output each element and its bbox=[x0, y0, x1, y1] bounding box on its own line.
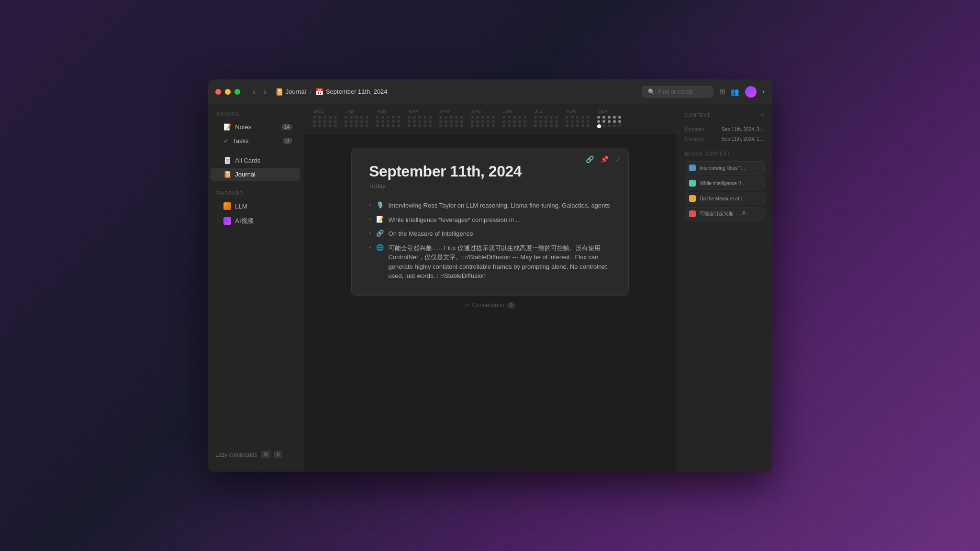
dot[interactable] bbox=[376, 120, 379, 123]
dot[interactable] bbox=[476, 120, 479, 123]
back-button[interactable]: ‹ bbox=[250, 87, 258, 97]
dot[interactable] bbox=[345, 116, 347, 119]
sidebar-item-all-cards[interactable]: › 🃏 All Cards bbox=[211, 154, 300, 167]
dot[interactable] bbox=[502, 120, 505, 123]
dot[interactable] bbox=[618, 116, 621, 119]
today-dot[interactable] bbox=[597, 124, 601, 128]
dot[interactable] bbox=[587, 120, 590, 123]
dot[interactable] bbox=[381, 120, 384, 123]
dot[interactable] bbox=[313, 116, 316, 119]
dot[interactable] bbox=[318, 120, 321, 123]
dot[interactable] bbox=[539, 124, 542, 127]
dot[interactable] bbox=[366, 124, 368, 127]
dot[interactable] bbox=[476, 116, 479, 119]
dot[interactable] bbox=[360, 124, 363, 127]
dot[interactable] bbox=[602, 116, 605, 119]
dot[interactable] bbox=[445, 124, 447, 127]
dot[interactable] bbox=[481, 120, 484, 123]
breadcrumb-page[interactable]: 📅 September 11th, 2024 bbox=[315, 88, 388, 96]
dot[interactable] bbox=[392, 116, 395, 119]
dot[interactable] bbox=[450, 116, 453, 119]
avatar[interactable] bbox=[745, 86, 757, 98]
dot[interactable] bbox=[455, 116, 458, 119]
dot[interactable] bbox=[429, 116, 432, 119]
grid-icon[interactable]: ⊞ bbox=[719, 88, 725, 96]
dot[interactable] bbox=[571, 124, 574, 127]
dot[interactable] bbox=[597, 116, 600, 119]
maximize-button[interactable] bbox=[234, 89, 240, 95]
dot[interactable] bbox=[323, 116, 326, 119]
connections-bar[interactable]: ⇌ Connections 0 bbox=[445, 296, 535, 314]
dot[interactable] bbox=[502, 124, 505, 127]
dot[interactable] bbox=[534, 116, 537, 119]
forward-button[interactable]: › bbox=[261, 87, 269, 97]
dot[interactable] bbox=[618, 120, 621, 123]
lazy-commands[interactable]: Lazy commands ⌘ K bbox=[215, 451, 295, 458]
dot[interactable] bbox=[587, 124, 590, 127]
dot[interactable] bbox=[481, 124, 484, 127]
dot[interactable] bbox=[318, 124, 321, 127]
dot[interactable] bbox=[366, 116, 368, 119]
dot[interactable] bbox=[555, 116, 558, 119]
dot[interactable] bbox=[376, 116, 379, 119]
dot[interactable] bbox=[523, 116, 526, 119]
dot[interactable] bbox=[423, 116, 426, 119]
dot[interactable] bbox=[355, 120, 358, 123]
dot[interactable] bbox=[613, 116, 616, 119]
people-icon[interactable]: 👥 bbox=[730, 88, 739, 96]
dot[interactable] bbox=[523, 120, 526, 123]
dot[interactable] bbox=[334, 124, 337, 127]
dot[interactable] bbox=[460, 120, 463, 123]
dot[interactable] bbox=[445, 120, 447, 123]
minimize-button[interactable] bbox=[225, 89, 231, 95]
block-item-3[interactable]: 可能会引起兴趣...... F... › bbox=[685, 207, 765, 220]
dot[interactable] bbox=[471, 116, 474, 119]
sidebar-item-notes[interactable]: › 📝 Notes 14 bbox=[211, 121, 300, 133]
dot[interactable] bbox=[608, 124, 611, 127]
dot[interactable] bbox=[408, 120, 411, 123]
dot[interactable] bbox=[381, 116, 384, 119]
sidebar-item-llm[interactable]: › LLM bbox=[211, 199, 300, 213]
dot[interactable] bbox=[555, 120, 558, 123]
dot[interactable] bbox=[439, 116, 442, 119]
dot[interactable] bbox=[418, 116, 421, 119]
dot[interactable] bbox=[492, 116, 495, 119]
close-button[interactable] bbox=[215, 89, 221, 95]
entry-text-2[interactable]: On the Measure of Intelligence bbox=[389, 229, 473, 239]
dot[interactable] bbox=[350, 124, 353, 127]
dot[interactable] bbox=[408, 116, 411, 119]
dot[interactable] bbox=[576, 116, 579, 119]
dot[interactable] bbox=[471, 120, 474, 123]
dot[interactable] bbox=[397, 124, 400, 127]
dot[interactable] bbox=[581, 120, 584, 123]
dot[interactable] bbox=[476, 124, 479, 127]
dot[interactable] bbox=[508, 124, 511, 127]
dot[interactable] bbox=[545, 116, 547, 119]
dot[interactable] bbox=[581, 124, 584, 127]
dot[interactable] bbox=[576, 124, 579, 127]
dot[interactable] bbox=[350, 120, 353, 123]
dot[interactable] bbox=[487, 116, 490, 119]
dot[interactable] bbox=[550, 116, 553, 119]
dot[interactable] bbox=[513, 116, 516, 119]
expand-icon[interactable]: ⤢ bbox=[614, 154, 623, 165]
dot[interactable] bbox=[360, 120, 363, 123]
block-item-2[interactable]: On the Measure of I... › bbox=[685, 192, 765, 205]
dot[interactable] bbox=[345, 124, 347, 127]
dot[interactable] bbox=[397, 120, 400, 123]
dot[interactable] bbox=[423, 124, 426, 127]
dot[interactable] bbox=[518, 116, 521, 119]
dot[interactable] bbox=[581, 116, 584, 119]
dot[interactable] bbox=[597, 120, 600, 123]
block-item-1[interactable]: While intelligence *I... › bbox=[685, 176, 765, 190]
dot[interactable] bbox=[602, 124, 605, 127]
dot[interactable] bbox=[334, 116, 337, 119]
dot[interactable] bbox=[450, 120, 453, 123]
dot[interactable] bbox=[334, 120, 337, 123]
dot[interactable] bbox=[613, 120, 616, 123]
entry-text-1[interactable]: While intelligence *leverages* compressi… bbox=[389, 215, 521, 225]
dot[interactable] bbox=[618, 124, 621, 127]
dot[interactable] bbox=[381, 124, 384, 127]
dot[interactable] bbox=[392, 124, 395, 127]
dot[interactable] bbox=[413, 124, 416, 127]
